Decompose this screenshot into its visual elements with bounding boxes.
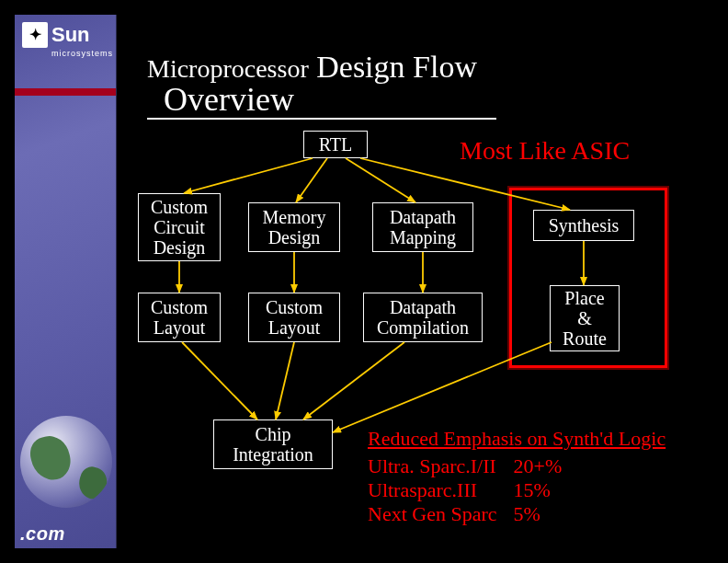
- node-custom-layout-2: Custom Layout: [248, 293, 340, 342]
- node-rtl: RTL: [303, 131, 368, 158]
- emphasis-table: Ultra. Sparc.I/II 20+% Ultrasparc.III 15…: [368, 454, 578, 526]
- node-rtl-text: RTL: [310, 134, 361, 155]
- svg-line-2: [346, 158, 415, 202]
- sun-logo-icon: ✦: [22, 22, 48, 48]
- chip-pct: 20+%: [514, 454, 579, 478]
- chip-name: Ultrasparc.III: [368, 478, 514, 502]
- svg-line-10: [303, 342, 404, 419]
- title-row1-small: Microprocessor: [147, 54, 309, 83]
- sun-logo: ✦Sun microsystems: [22, 22, 105, 58]
- chip-name: Ultra. Sparc.I/II: [368, 454, 514, 478]
- svg-line-0: [184, 158, 313, 193]
- node-custom-layout-1: Custom Layout: [138, 293, 221, 342]
- node-chip-integration: Chip Integration: [213, 419, 333, 469]
- chip-pct: 5%: [514, 502, 579, 526]
- node-custom-circuit-design: Custom Circuit Design: [138, 193, 221, 261]
- emphasis-block: Reduced Emphasis on Synth'd Logic Ultra.…: [368, 427, 665, 526]
- emphasis-header: Reduced Emphasis on Synth'd Logic: [368, 427, 665, 451]
- svg-line-9: [276, 342, 294, 419]
- dotcom-label: .com: [20, 523, 65, 545]
- table-row: Next Gen Sparc 5%: [368, 502, 578, 526]
- asic-highlight-box: [509, 188, 667, 368]
- node-datapath-mapping: Datapath Mapping: [372, 202, 473, 252]
- sun-logo-small: microsystems: [51, 50, 105, 58]
- globe-icon: [20, 416, 112, 508]
- slide: ✦Sun microsystems .com Microprocessor De…: [0, 0, 728, 563]
- svg-line-8: [182, 342, 257, 419]
- table-row: Ultra. Sparc.I/II 20+%: [368, 454, 578, 478]
- slide-title: Microprocessor Design Flow Overview: [147, 52, 496, 120]
- svg-line-1: [296, 158, 327, 202]
- accent-bar: [15, 88, 116, 96]
- sun-logo-word: Sun: [51, 25, 90, 45]
- title-row1-big: Design Flow: [316, 50, 477, 84]
- node-datapath-compilation: Datapath Compilation: [363, 293, 483, 342]
- node-memory-design: Memory Design: [248, 202, 340, 252]
- chip-name: Next Gen Sparc: [368, 502, 514, 526]
- table-row: Ultrasparc.III 15%: [368, 478, 578, 502]
- chip-pct: 15%: [514, 478, 579, 502]
- most-like-asic-label: Most Like ASIC: [460, 136, 630, 166]
- title-row2: Overview: [164, 83, 496, 116]
